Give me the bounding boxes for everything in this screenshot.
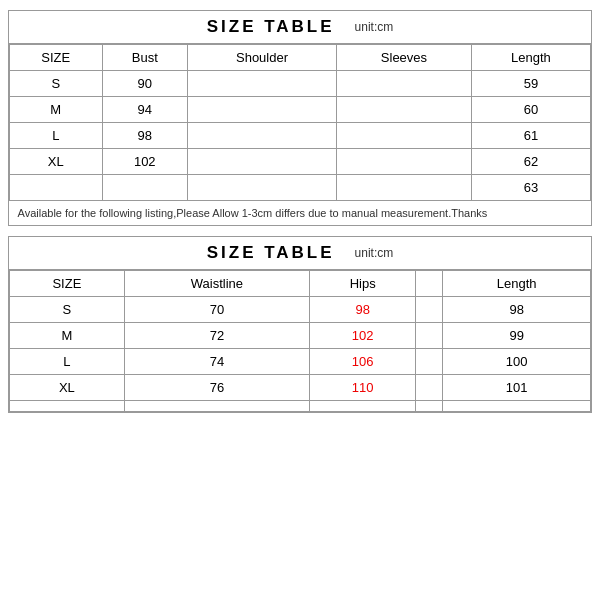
table-row: S9059 [10,71,591,97]
table2-col-waistline: Waistline [124,271,309,297]
table1-data: SIZE Bust Shoulder Sleeves Length S9059M… [9,44,591,225]
table-cell: 62 [471,149,590,175]
table-cell: 74 [124,349,309,375]
table-cell: 70 [124,297,309,323]
size-table-1: SIZE TABLE unit:cm SIZE Bust Shoulder Sl… [8,10,592,226]
table-row: M9460 [10,97,591,123]
table-cell [337,123,472,149]
table-cell [416,349,443,375]
table-row: L74106100 [10,349,591,375]
table1-note: Available for the following listing,Plea… [10,201,591,226]
table-cell [416,297,443,323]
table-cell: 98 [443,297,591,323]
table-cell [188,149,337,175]
table2-title: SIZE TABLE [207,243,335,263]
table-cell: 106 [310,349,416,375]
table-cell [337,149,472,175]
table-cell: M [10,97,103,123]
table-cell: 110 [310,375,416,401]
table-cell [10,175,103,201]
table-cell: 99 [443,323,591,349]
table-cell [443,401,591,412]
table-cell [337,175,472,201]
table-cell [188,71,337,97]
table1-col-shoulder: Shoulder [188,45,337,71]
table1-unit: unit:cm [355,20,394,34]
table-row: XL76110101 [10,375,591,401]
table-cell: 60 [471,97,590,123]
table-cell [102,175,187,201]
table-row [10,401,591,412]
table-cell: L [10,123,103,149]
table-cell: M [10,323,125,349]
table-row: S709898 [10,297,591,323]
table2-data: SIZE Waistline Hips Length S709898M72102… [9,270,591,412]
table1-col-length: Length [471,45,590,71]
table-cell: S [10,71,103,97]
table-cell: 98 [310,297,416,323]
table-cell: 61 [471,123,590,149]
table-row: 63 [10,175,591,201]
table2-col-size: SIZE [10,271,125,297]
table1-title: SIZE TABLE [207,17,335,37]
table-row: M7210299 [10,323,591,349]
table-cell: XL [10,149,103,175]
table-cell [310,401,416,412]
table-cell: 76 [124,375,309,401]
table-cell: XL [10,375,125,401]
table2-col-length: Length [443,271,591,297]
table1-col-size: SIZE [10,45,103,71]
table-cell [337,71,472,97]
size-table-2: SIZE TABLE unit:cm SIZE Waistline Hips L… [8,236,592,413]
table-cell: 90 [102,71,187,97]
table1-col-bust: Bust [102,45,187,71]
table-cell: 101 [443,375,591,401]
table-cell: 98 [102,123,187,149]
table2-col-empty [416,271,443,297]
table-cell [124,401,309,412]
table2-unit: unit:cm [355,246,394,260]
table-cell [10,401,125,412]
table-row: XL10262 [10,149,591,175]
table-cell [337,97,472,123]
table-cell [188,175,337,201]
table-cell: 63 [471,175,590,201]
table-cell [188,97,337,123]
table-cell: 100 [443,349,591,375]
table-row: L9861 [10,123,591,149]
table2-col-hips: Hips [310,271,416,297]
table-cell: 59 [471,71,590,97]
table-cell: S [10,297,125,323]
table-cell [416,401,443,412]
table-cell: 102 [310,323,416,349]
table1-col-sleeves: Sleeves [337,45,472,71]
table-cell: 94 [102,97,187,123]
table-cell [188,123,337,149]
table-cell: L [10,349,125,375]
table-cell: 72 [124,323,309,349]
table-cell [416,323,443,349]
table-cell: 102 [102,149,187,175]
table-cell [416,375,443,401]
